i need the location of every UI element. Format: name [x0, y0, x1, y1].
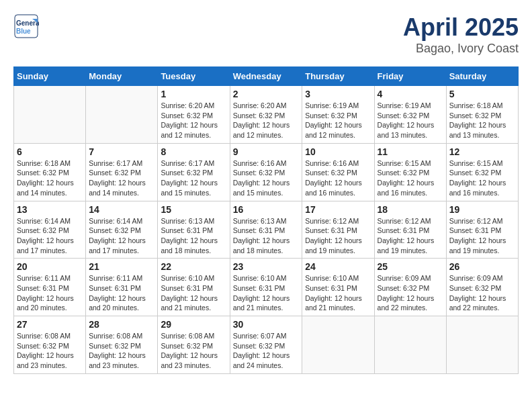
calendar-cell: 16Sunrise: 6:13 AM Sunset: 6:31 PM Dayli… — [230, 201, 302, 259]
day-info: Sunrise: 6:20 AM Sunset: 6:32 PM Dayligh… — [161, 101, 226, 140]
day-number: 13 — [17, 204, 83, 215]
day-info: Sunrise: 6:09 AM Sunset: 6:32 PM Dayligh… — [449, 273, 515, 313]
calendar-cell: 1Sunrise: 6:20 AM Sunset: 6:32 PM Daylig… — [158, 86, 230, 144]
calendar-cell: 9Sunrise: 6:16 AM Sunset: 6:32 PM Daylig… — [230, 143, 302, 201]
calendar-title: April 2025 — [403, 13, 519, 42]
day-number: 10 — [305, 146, 371, 157]
calendar-cell: 14Sunrise: 6:14 AM Sunset: 6:32 PM Dayli… — [86, 201, 158, 259]
day-number: 23 — [233, 261, 300, 272]
day-number: 8 — [161, 146, 226, 157]
calendar-cell — [14, 86, 86, 144]
day-info: Sunrise: 6:12 AM Sunset: 6:31 PM Dayligh… — [305, 216, 371, 256]
day-info: Sunrise: 6:10 AM Sunset: 6:31 PM Dayligh… — [161, 273, 226, 313]
day-number: 9 — [233, 146, 300, 157]
day-number: 12 — [449, 146, 515, 157]
calendar-cell — [302, 316, 374, 374]
day-info: Sunrise: 6:15 AM Sunset: 6:32 PM Dayligh… — [449, 158, 515, 198]
weekday-header-friday: Friday — [374, 67, 446, 86]
logo: General Blue — [13, 13, 39, 39]
svg-text:Blue: Blue — [16, 28, 31, 35]
day-info: Sunrise: 6:11 AM Sunset: 6:31 PM Dayligh… — [89, 273, 154, 313]
calendar-cell: 25Sunrise: 6:09 AM Sunset: 6:32 PM Dayli… — [374, 259, 446, 316]
calendar-cell: 11Sunrise: 6:15 AM Sunset: 6:32 PM Dayli… — [374, 143, 446, 201]
calendar-subtitle: Bagao, Ivory Coast — [403, 42, 519, 56]
day-info: Sunrise: 6:08 AM Sunset: 6:32 PM Dayligh… — [89, 331, 154, 371]
day-info: Sunrise: 6:19 AM Sunset: 6:32 PM Dayligh… — [378, 101, 443, 140]
calendar-cell: 24Sunrise: 6:10 AM Sunset: 6:31 PM Dayli… — [302, 259, 374, 316]
day-info: Sunrise: 6:09 AM Sunset: 6:32 PM Dayligh… — [378, 273, 443, 313]
day-info: Sunrise: 6:16 AM Sunset: 6:32 PM Dayligh… — [305, 158, 371, 198]
calendar-cell: 4Sunrise: 6:19 AM Sunset: 6:32 PM Daylig… — [374, 86, 446, 144]
day-number: 1 — [161, 89, 226, 99]
day-info: Sunrise: 6:16 AM Sunset: 6:32 PM Dayligh… — [233, 158, 300, 198]
day-info: Sunrise: 6:15 AM Sunset: 6:32 PM Dayligh… — [378, 158, 443, 198]
day-number: 2 — [233, 89, 300, 99]
day-info: Sunrise: 6:19 AM Sunset: 6:32 PM Dayligh… — [305, 101, 371, 140]
day-number: 6 — [17, 146, 83, 157]
calendar-week-4: 20Sunrise: 6:11 AM Sunset: 6:31 PM Dayli… — [14, 259, 519, 316]
day-number: 14 — [89, 204, 154, 215]
calendar-cell: 8Sunrise: 6:17 AM Sunset: 6:32 PM Daylig… — [158, 143, 230, 201]
calendar-table: SundayMondayTuesdayWednesdayThursdayFrid… — [13, 66, 519, 374]
day-info: Sunrise: 6:13 AM Sunset: 6:31 PM Dayligh… — [161, 216, 226, 256]
calendar-cell: 2Sunrise: 6:20 AM Sunset: 6:32 PM Daylig… — [230, 86, 302, 144]
day-number: 3 — [305, 89, 371, 99]
calendar-header: SundayMondayTuesdayWednesdayThursdayFrid… — [14, 67, 519, 86]
calendar-cell: 28Sunrise: 6:08 AM Sunset: 6:32 PM Dayli… — [86, 316, 158, 374]
day-number: 15 — [161, 204, 226, 215]
day-info: Sunrise: 6:08 AM Sunset: 6:32 PM Dayligh… — [17, 331, 83, 371]
day-number: 27 — [17, 319, 83, 330]
calendar-cell: 22Sunrise: 6:10 AM Sunset: 6:31 PM Dayli… — [158, 259, 230, 316]
day-info: Sunrise: 6:12 AM Sunset: 6:31 PM Dayligh… — [449, 216, 515, 256]
day-number: 20 — [17, 261, 83, 272]
day-number: 25 — [378, 261, 443, 272]
day-info: Sunrise: 6:13 AM Sunset: 6:31 PM Dayligh… — [233, 216, 300, 256]
weekday-header-wednesday: Wednesday — [230, 67, 302, 86]
day-number: 26 — [449, 261, 515, 272]
day-number: 7 — [89, 146, 154, 157]
calendar-cell: 20Sunrise: 6:11 AM Sunset: 6:31 PM Dayli… — [14, 259, 86, 316]
calendar-cell: 23Sunrise: 6:10 AM Sunset: 6:31 PM Dayli… — [230, 259, 302, 316]
day-info: Sunrise: 6:17 AM Sunset: 6:32 PM Dayligh… — [161, 158, 226, 198]
day-info: Sunrise: 6:10 AM Sunset: 6:31 PM Dayligh… — [233, 273, 300, 313]
day-info: Sunrise: 6:18 AM Sunset: 6:32 PM Dayligh… — [17, 158, 83, 198]
calendar-cell: 19Sunrise: 6:12 AM Sunset: 6:31 PM Dayli… — [446, 201, 518, 259]
calendar-cell: 29Sunrise: 6:08 AM Sunset: 6:32 PM Dayli… — [158, 316, 230, 374]
calendar-cell: 7Sunrise: 6:17 AM Sunset: 6:32 PM Daylig… — [86, 143, 158, 201]
day-info: Sunrise: 6:11 AM Sunset: 6:31 PM Dayligh… — [17, 273, 83, 313]
weekday-header-monday: Monday — [86, 67, 158, 86]
day-number: 21 — [89, 261, 154, 272]
page-header: General Blue April 2025 Bagao, Ivory Coa… — [13, 13, 519, 56]
weekday-header-saturday: Saturday — [446, 67, 518, 86]
calendar-cell — [446, 316, 518, 374]
calendar-cell: 26Sunrise: 6:09 AM Sunset: 6:32 PM Dayli… — [446, 259, 518, 316]
day-number: 19 — [449, 204, 515, 215]
day-number: 4 — [378, 89, 443, 99]
day-info: Sunrise: 6:10 AM Sunset: 6:31 PM Dayligh… — [305, 273, 371, 313]
calendar-week-1: 1Sunrise: 6:20 AM Sunset: 6:32 PM Daylig… — [14, 86, 519, 144]
calendar-cell: 18Sunrise: 6:12 AM Sunset: 6:31 PM Dayli… — [374, 201, 446, 259]
calendar-cell — [86, 86, 158, 144]
calendar-cell — [374, 316, 446, 374]
day-info: Sunrise: 6:14 AM Sunset: 6:32 PM Dayligh… — [17, 216, 83, 256]
calendar-week-5: 27Sunrise: 6:08 AM Sunset: 6:32 PM Dayli… — [14, 316, 519, 374]
weekday-header-tuesday: Tuesday — [158, 67, 230, 86]
day-info: Sunrise: 6:17 AM Sunset: 6:32 PM Dayligh… — [89, 158, 154, 198]
day-number: 30 — [233, 319, 300, 330]
day-number: 5 — [449, 89, 515, 99]
day-number: 17 — [305, 204, 371, 215]
calendar-cell: 12Sunrise: 6:15 AM Sunset: 6:32 PM Dayli… — [446, 143, 518, 201]
day-number: 24 — [305, 261, 371, 272]
day-info: Sunrise: 6:07 AM Sunset: 6:32 PM Dayligh… — [233, 331, 300, 371]
calendar-week-2: 6Sunrise: 6:18 AM Sunset: 6:32 PM Daylig… — [14, 143, 519, 201]
calendar-cell: 10Sunrise: 6:16 AM Sunset: 6:32 PM Dayli… — [302, 143, 374, 201]
weekday-header-row: SundayMondayTuesdayWednesdayThursdayFrid… — [14, 67, 519, 86]
weekday-header-thursday: Thursday — [302, 67, 374, 86]
calendar-cell: 6Sunrise: 6:18 AM Sunset: 6:32 PM Daylig… — [14, 143, 86, 201]
day-number: 22 — [161, 261, 226, 272]
day-info: Sunrise: 6:18 AM Sunset: 6:32 PM Dayligh… — [449, 101, 515, 140]
calendar-cell: 5Sunrise: 6:18 AM Sunset: 6:32 PM Daylig… — [446, 86, 518, 144]
day-number: 16 — [233, 204, 300, 215]
day-number: 18 — [378, 204, 443, 215]
calendar-cell: 27Sunrise: 6:08 AM Sunset: 6:32 PM Dayli… — [14, 316, 86, 374]
